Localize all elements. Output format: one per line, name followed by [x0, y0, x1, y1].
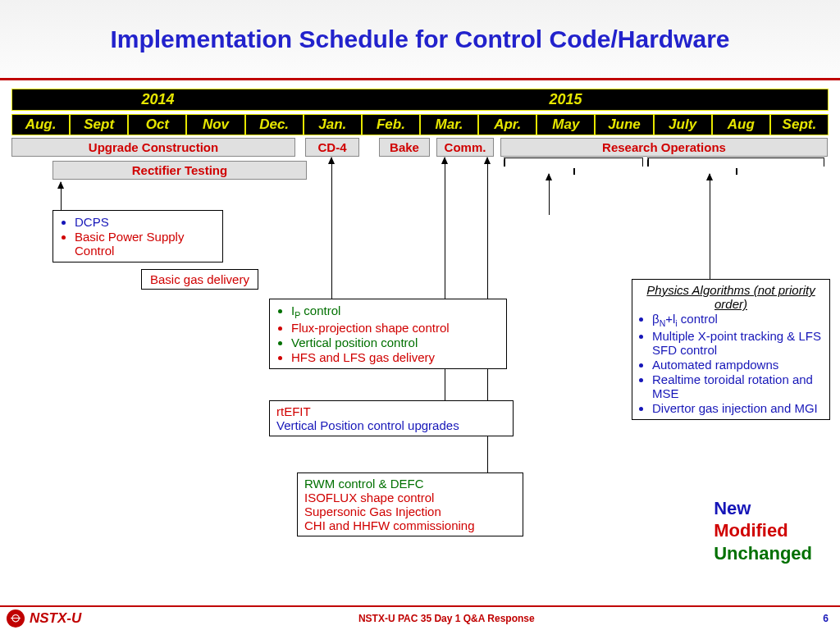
list-item: CHI and HHFW commissioning — [304, 518, 516, 532]
legend-mod: Modified — [714, 519, 812, 542]
year-cell: 2015 — [304, 89, 828, 110]
month-cell: Sept. — [770, 114, 829, 135]
brace-right — [647, 158, 824, 168]
list-item: ISOFLUX shape control — [304, 491, 516, 504]
bar-cd4: CD-4 — [305, 138, 359, 157]
list-item: RWM control & DEFC — [304, 477, 516, 491]
list-item: Realtime toroidal rotation and MSE — [652, 372, 823, 400]
callout-rtefit: rtEFITVertical Position control upgrades — [269, 400, 514, 436]
page-title: Implementation Schedule for Control Code… — [110, 25, 729, 53]
bar-research: Research Operations — [500, 138, 828, 157]
footer: ⦵ NSTX-U NSTX-U PAC 35 Day 1 Q&A Respons… — [0, 605, 840, 630]
month-cell: Aug. — [11, 114, 70, 135]
list-item: HFS and LFS gas delivery — [291, 350, 500, 364]
month-cell: Jan. — [304, 114, 362, 135]
arrow-physics — [710, 174, 710, 281]
month-cell: Oct — [128, 114, 186, 135]
month-cell: Aug — [712, 114, 770, 135]
month-cell: Sept — [70, 114, 128, 135]
list-item: Divertor gas injection and MGI — [652, 401, 823, 415]
month-cell: Nov — [186, 114, 244, 135]
year-cell: 2014 — [12, 89, 304, 110]
list-item: Multiple X-point tracking & LFS SFD cont… — [652, 329, 823, 357]
title-bar: Implementation Schedule for Control Code… — [0, 0, 840, 80]
bar-upgrade: Upgrade Construction — [11, 138, 295, 157]
list-item: Vertical Position control upgrades — [276, 418, 506, 432]
list-item: Vertical position control — [291, 336, 500, 349]
callout-physics: Physics Algorithms (not priority order) … — [632, 279, 830, 420]
callout-gas: Basic gas delivery — [141, 269, 258, 290]
month-cell: Feb. — [362, 114, 420, 135]
list-item: DCPS — [75, 215, 216, 229]
month-cell: Apr. — [478, 114, 536, 135]
callout-rwm: RWM control & DEFCISOFLUX shape controlS… — [297, 472, 523, 536]
legend: New Modified Unchanged — [714, 497, 812, 565]
arrow-first-ops — [549, 174, 550, 215]
list-item: rtEFIT — [276, 404, 506, 418]
bar-comm: Comm. — [436, 138, 494, 157]
month-cell: May — [536, 114, 595, 135]
bar-rectifier: Rectifier Testing — [52, 161, 307, 180]
list-item: Flux-projection shape control — [291, 321, 500, 335]
footer-mid: NSTX-U PAC 35 Day 1 Q&A Response — [81, 613, 811, 624]
brace-left — [504, 158, 643, 168]
list-item: βN+li control — [652, 312, 823, 328]
legend-unc: Unchanged — [714, 542, 812, 565]
callout-jan: IP controlFlux-projection shape controlV… — [269, 299, 507, 369]
legend-new: New — [714, 497, 812, 520]
month-cell: June — [595, 114, 653, 135]
list-item: Basic Power Supply Control — [75, 230, 216, 258]
list-item: Automated rampdowns — [652, 358, 823, 372]
physics-title: Physics Algorithms (not priority order) — [639, 283, 823, 311]
list-item: IP control — [291, 304, 500, 320]
month-cell: July — [654, 114, 712, 135]
arrow-jan — [331, 158, 332, 300]
bar-bake: Bake — [379, 138, 430, 157]
callout-dcps: DCPSBasic Power Supply Control — [52, 210, 223, 262]
month-cell: Dec. — [245, 114, 304, 135]
arrow-dcps — [61, 182, 62, 212]
footer-name: NSTX-U — [30, 610, 81, 627]
schedule-chart: 20142015 Aug.SeptOctNovDec.Jan.Feb.Mar.A… — [11, 89, 829, 564]
logo-icon: ⦵ — [7, 609, 25, 628]
footer-page: 6 — [811, 613, 840, 624]
month-cell: Mar. — [420, 114, 478, 135]
month-header-row: Aug.SeptOctNovDec.Jan.Feb.Mar.Apr.MayJun… — [11, 114, 829, 135]
list-item: Supersonic Gas Injection — [304, 504, 516, 518]
year-header-row: 20142015 — [11, 89, 829, 111]
